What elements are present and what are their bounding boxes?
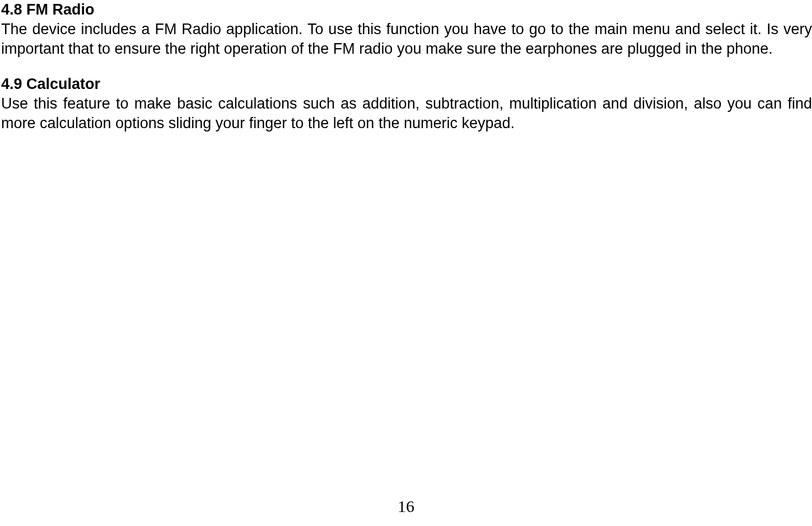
section-heading: 4.8 FM Radio xyxy=(0,0,812,20)
section-fm-radio: 4.8 FM Radio The device includes a FM Ra… xyxy=(0,0,812,59)
page-number: 16 xyxy=(0,497,812,516)
section-calculator: 4.9 Calculator Use this feature to make … xyxy=(0,74,812,133)
section-body: Use this feature to make basic calculati… xyxy=(0,94,812,133)
page-content: 4.8 FM Radio The device includes a FM Ra… xyxy=(0,0,812,134)
section-body: The device includes a FM Radio applicati… xyxy=(0,20,812,59)
section-heading: 4.9 Calculator xyxy=(0,74,812,94)
